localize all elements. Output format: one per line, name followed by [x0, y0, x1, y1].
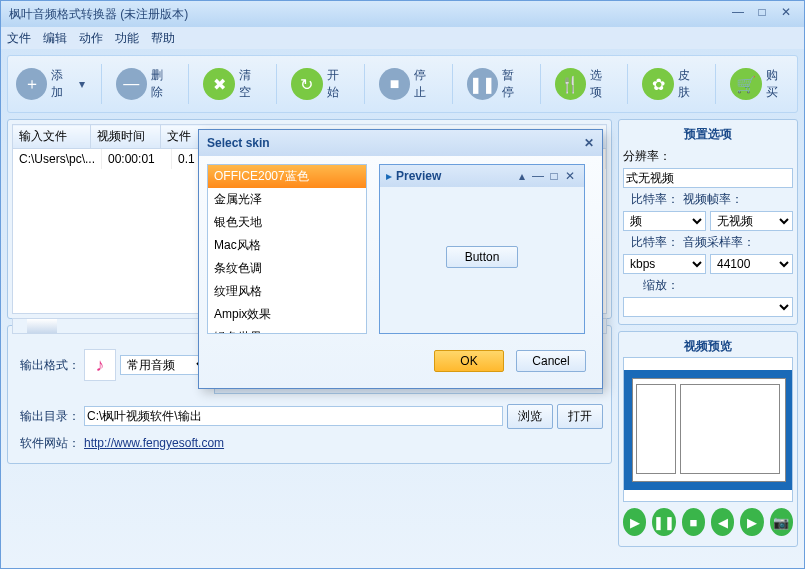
play-icon[interactable]: ▶ — [623, 508, 646, 536]
sample-select[interactable]: 44100 — [710, 254, 793, 274]
fps-select[interactable]: 无视频 — [710, 211, 793, 231]
dialog-titlebar: Select skin ✕ — [199, 130, 602, 156]
open-button[interactable]: 打开 — [557, 404, 603, 429]
bitrate-select[interactable]: kbps — [623, 254, 706, 274]
clear-button[interactable]: ✖清空 — [199, 63, 266, 105]
skin-item-mac[interactable]: Mac风格 — [208, 234, 366, 257]
prev-icon[interactable]: ◀ — [711, 508, 734, 536]
preview-thumbnail — [624, 370, 792, 490]
category-select[interactable]: 常用音频 — [120, 355, 210, 375]
pause-icon: ❚❚ — [467, 68, 498, 100]
main-window: 枫叶音频格式转换器 (未注册版本) — □ ✕ 文件 编辑 动作 功能 帮助 ＋… — [0, 0, 805, 569]
scale-select[interactable] — [623, 297, 793, 317]
output-dir-input[interactable] — [84, 406, 503, 426]
website-link[interactable]: http://www.fengyesoft.com — [84, 436, 224, 450]
skin-button[interactable]: ✿皮肤 — [638, 63, 705, 105]
buy-button[interactable]: 🛒购买 — [726, 63, 793, 105]
tools-icon: 🍴 — [555, 68, 586, 100]
resolution-input[interactable] — [623, 168, 793, 188]
music-note-icon: ♪ — [84, 349, 116, 381]
site-label: 软件网站： — [16, 435, 80, 452]
skin-preview-pane: ▸ Preview ▴ — □ ✕ Button — [379, 164, 585, 334]
minimize-icon[interactable]: — — [728, 5, 748, 23]
preview-label: Preview — [396, 169, 441, 183]
preview-max-icon[interactable]: □ — [546, 169, 562, 183]
playback-controls: ▶ ❚❚ ■ ◀ ▶ 📷 — [623, 502, 793, 542]
options-button[interactable]: 🍴选项 — [551, 63, 618, 105]
browse-button[interactable]: 浏览 — [507, 404, 553, 429]
output-dir-label: 输出目录： — [16, 408, 80, 425]
select-skin-dialog: Select skin ✕ OFFICE2007蓝色 金属光泽 银色天地 Mac… — [198, 129, 603, 389]
clear-icon: ✖ — [203, 68, 234, 100]
menu-function[interactable]: 功能 — [115, 30, 139, 47]
cancel-button[interactable]: Cancel — [516, 350, 586, 372]
snapshot-icon[interactable]: 📷 — [770, 508, 793, 536]
skin-item-stripe[interactable]: 条纹色调 — [208, 257, 366, 280]
pause-button[interactable]: ❚❚暂停 — [463, 63, 530, 105]
menu-file[interactable]: 文件 — [7, 30, 31, 47]
maximize-icon[interactable]: □ — [752, 5, 772, 23]
app-title: 枫叶音频格式转换器 (未注册版本) — [9, 6, 724, 23]
preview-sample-button[interactable]: Button — [446, 246, 519, 268]
col-input[interactable]: 输入文件 — [13, 125, 91, 149]
preview-up-icon[interactable]: ▴ — [514, 169, 530, 183]
skin-item-silver[interactable]: 银色天地 — [208, 211, 366, 234]
preset-title: 预置选项 — [623, 124, 793, 145]
skin-item-green[interactable]: 绿色世界 — [208, 326, 366, 334]
chevron-down-icon[interactable]: ▾ — [79, 77, 87, 91]
menu-help[interactable]: 帮助 — [151, 30, 175, 47]
skin-item-ampix[interactable]: Ampix效果 — [208, 303, 366, 326]
skin-item-office2007[interactable]: OFFICE2007蓝色 — [208, 165, 366, 188]
skin-list[interactable]: OFFICE2007蓝色 金属光泽 银色天地 Mac风格 条纹色调 纹理风格 A… — [207, 164, 367, 334]
col-duration[interactable]: 视频时间 — [91, 125, 161, 149]
ok-button[interactable]: OK — [434, 350, 504, 372]
triangle-icon: ▸ — [386, 169, 392, 183]
cart-icon: 🛒 — [730, 68, 761, 100]
minus-icon: — — [116, 68, 147, 100]
plus-icon: ＋ — [16, 68, 47, 100]
preview-min-icon[interactable]: — — [530, 169, 546, 183]
preview-title: 视频预览 — [623, 336, 793, 357]
menu-edit[interactable]: 编辑 — [43, 30, 67, 47]
stop-button[interactable]: ■停止 — [375, 63, 442, 105]
video-select[interactable]: 频 — [623, 211, 706, 231]
preset-panel: 预置选项 分辨率： 比特率： 视频帧率： 频 无视频 比特率： 音频采样率： k… — [618, 119, 798, 325]
close-icon[interactable]: ✕ — [776, 5, 796, 23]
add-button[interactable]: ＋添加▾ — [12, 63, 91, 105]
apple-icon: ✿ — [642, 68, 673, 100]
pause-icon[interactable]: ❚❚ — [652, 508, 675, 536]
menubar: 文件 编辑 动作 功能 帮助 — [1, 27, 804, 49]
next-icon[interactable]: ▶ — [740, 508, 763, 536]
menu-action[interactable]: 动作 — [79, 30, 103, 47]
skin-item-texture[interactable]: 纹理风格 — [208, 280, 366, 303]
skin-item-metal[interactable]: 金属光泽 — [208, 188, 366, 211]
preview-close-icon[interactable]: ✕ — [562, 169, 578, 183]
toolbar: ＋添加▾ —删除 ✖清空 ↻开始 ■停止 ❚❚暂停 🍴选项 ✿皮肤 🛒购买 — [7, 55, 798, 113]
stop-icon: ■ — [379, 68, 410, 100]
stop-icon[interactable]: ■ — [682, 508, 705, 536]
titlebar: 枫叶音频格式转换器 (未注册版本) — □ ✕ — [1, 1, 804, 27]
delete-button[interactable]: —删除 — [112, 63, 179, 105]
start-button[interactable]: ↻开始 — [287, 63, 354, 105]
dialog-close-icon[interactable]: ✕ — [584, 136, 594, 150]
refresh-icon: ↻ — [291, 68, 322, 100]
video-preview-area — [623, 357, 793, 502]
dialog-title: Select skin — [207, 136, 270, 150]
preview-panel: 视频预览 ▶ ❚❚ ■ ◀ ▶ 📷 — [618, 331, 798, 547]
output-format-label: 输出格式： — [16, 357, 80, 374]
